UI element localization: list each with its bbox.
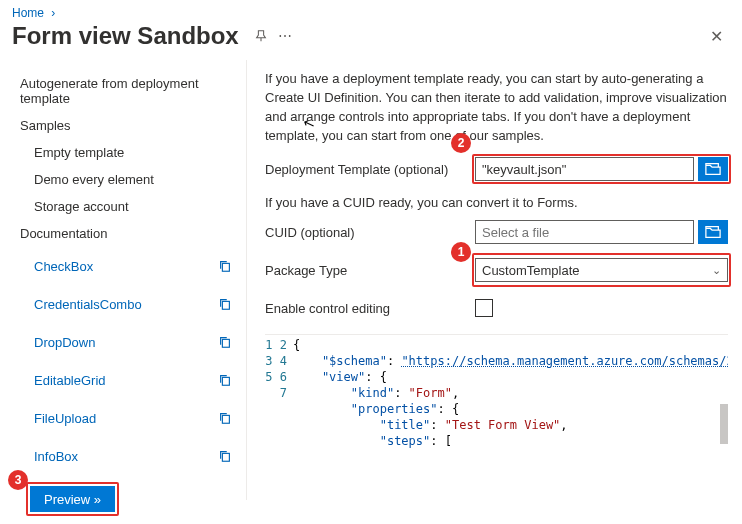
sidebar-item-label: CheckBox	[34, 259, 93, 274]
package-type-value: CustomTemplate	[482, 263, 580, 278]
deployment-template-label: Deployment Template (optional)	[265, 162, 475, 177]
package-type-dropdown[interactable]: CustomTemplate ⌄	[475, 258, 728, 282]
sidebar-item-label: InfoBox	[34, 449, 78, 464]
row-deployment-template: Deployment Template (optional) 2	[265, 157, 728, 181]
sidebar-item-label: DropDown	[34, 335, 95, 350]
page-title: Form view Sandbox	[12, 22, 239, 50]
sidebar-item-label: EditableGrid	[34, 373, 106, 388]
sidebar-item-label: Empty template	[34, 145, 124, 160]
sidebar-item-infobox[interactable]: InfoBox	[20, 437, 242, 475]
callout-1: 1	[451, 242, 471, 262]
deployment-template-browse-button[interactable]	[698, 157, 728, 181]
copy-icon[interactable]	[212, 443, 238, 469]
sidebar-item-fileupload[interactable]: FileUpload	[20, 399, 242, 437]
pin-icon[interactable]	[249, 24, 273, 48]
svg-rect-5	[222, 453, 229, 461]
sidebar-group-samples: Samples	[20, 112, 242, 139]
svg-rect-0	[222, 263, 229, 271]
sidebar-item-label: FileUpload	[34, 411, 96, 426]
close-icon[interactable]: ✕	[702, 22, 730, 50]
code-content: { "$schema": "https://schema.management.…	[293, 335, 728, 450]
sidebar-item-editablegrid[interactable]: EditableGrid	[20, 361, 242, 399]
sidebar-item-label: CredentialsCombo	[34, 297, 142, 312]
package-type-label: Package Type	[265, 263, 475, 278]
row-package-type: Package Type 1 CustomTemplate ⌄	[265, 258, 728, 282]
copy-icon[interactable]	[212, 329, 238, 355]
copy-icon[interactable]	[212, 405, 238, 431]
copy-icon[interactable]	[212, 367, 238, 393]
chevron-down-icon: ⌄	[712, 264, 721, 277]
code-editor[interactable]: 1 2 3 4 5 6 7 { "$schema": "https://sche…	[265, 334, 728, 450]
code-gutter: 1 2 3 4 5 6 7	[265, 335, 293, 450]
cuid-label: CUID (optional)	[265, 225, 475, 240]
sidebar-group-autogen[interactable]: Autogenerate from deployment template	[20, 70, 242, 112]
deployment-template-input[interactable]	[475, 157, 694, 181]
enable-control-editing-label: Enable control editing	[265, 301, 475, 316]
sidebar-item-storage-account[interactable]: Storage account	[20, 193, 242, 220]
copy-icon[interactable]	[212, 253, 238, 279]
sidebar-group-documentation: Documentation	[20, 220, 242, 247]
row-cuid: CUID (optional)	[265, 220, 728, 244]
cuid-input[interactable]	[475, 220, 694, 244]
code-scrollbar-thumb[interactable]	[720, 404, 728, 444]
sidebar-item-dropdown[interactable]: DropDown	[20, 323, 242, 361]
breadcrumb-home[interactable]: Home	[12, 6, 44, 20]
sidebar-item-checkbox[interactable]: CheckBox	[20, 247, 242, 285]
sidebar-item-label: Demo every element	[34, 172, 154, 187]
svg-rect-1	[222, 301, 229, 309]
more-icon[interactable]: ⋯	[273, 24, 297, 48]
svg-rect-2	[222, 339, 229, 347]
sidebar-item-demo-every[interactable]: Demo every element	[20, 166, 242, 193]
svg-rect-3	[222, 377, 229, 385]
svg-rect-4	[222, 415, 229, 423]
chevron-right-icon: ›	[51, 6, 55, 20]
cuid-browse-button[interactable]	[698, 220, 728, 244]
sidebar-item-empty-template[interactable]: Empty template	[20, 139, 242, 166]
breadcrumb: Home ›	[0, 0, 742, 20]
copy-icon[interactable]	[212, 291, 238, 317]
intro-text: If you have a deployment template ready,…	[265, 70, 728, 145]
footer: 3 Preview »	[0, 482, 115, 524]
main-pane: If you have a deployment template ready,…	[246, 60, 742, 500]
sidebar: Autogenerate from deployment template Sa…	[0, 60, 246, 500]
row-enable-control-editing: Enable control editing	[265, 296, 728, 320]
page-header: Form view Sandbox ⋯ ✕	[0, 20, 742, 60]
enable-control-editing-checkbox[interactable]	[475, 299, 493, 317]
preview-button[interactable]: Preview »	[30, 486, 115, 512]
sidebar-item-credentialscombo[interactable]: CredentialsCombo	[20, 285, 242, 323]
cuid-note: If you have a CUID ready, you can conver…	[265, 195, 728, 210]
sidebar-item-label: Storage account	[34, 199, 129, 214]
